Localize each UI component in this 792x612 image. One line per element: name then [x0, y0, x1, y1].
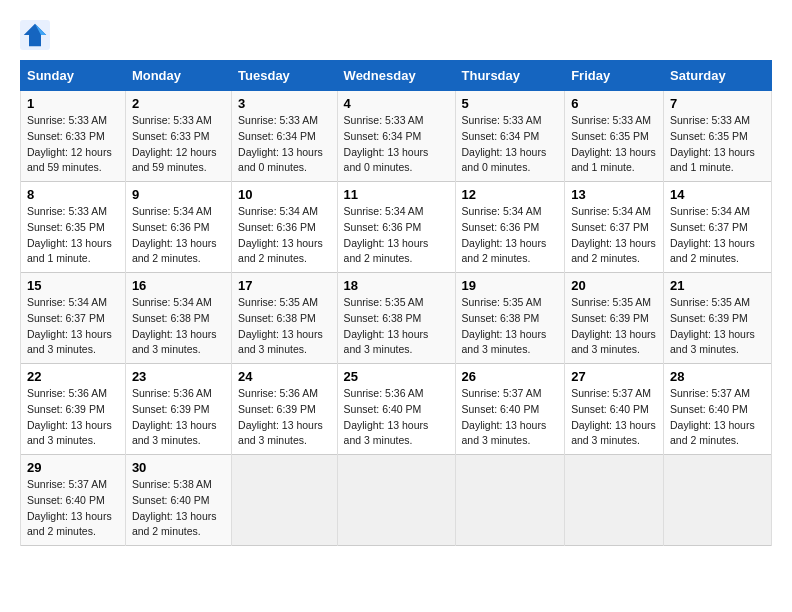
day-cell: 25Sunrise: 5:36 AMSunset: 6:40 PMDayligh…	[337, 364, 455, 455]
day-number: 23	[132, 369, 225, 384]
day-cell: 11Sunrise: 5:34 AMSunset: 6:36 PMDayligh…	[337, 182, 455, 273]
day-cell: 24Sunrise: 5:36 AMSunset: 6:39 PMDayligh…	[232, 364, 338, 455]
day-number: 21	[670, 278, 765, 293]
day-detail: Sunrise: 5:38 AMSunset: 6:40 PMDaylight:…	[132, 478, 217, 537]
day-cell: 16Sunrise: 5:34 AMSunset: 6:38 PMDayligh…	[125, 273, 231, 364]
day-detail: Sunrise: 5:33 AMSunset: 6:34 PMDaylight:…	[238, 114, 323, 173]
day-cell: 19Sunrise: 5:35 AMSunset: 6:38 PMDayligh…	[455, 273, 565, 364]
day-number: 14	[670, 187, 765, 202]
day-number: 28	[670, 369, 765, 384]
day-number: 22	[27, 369, 119, 384]
day-detail: Sunrise: 5:34 AMSunset: 6:36 PMDaylight:…	[462, 205, 547, 264]
day-detail: Sunrise: 5:34 AMSunset: 6:36 PMDaylight:…	[344, 205, 429, 264]
day-detail: Sunrise: 5:36 AMSunset: 6:39 PMDaylight:…	[27, 387, 112, 446]
day-cell: 12Sunrise: 5:34 AMSunset: 6:36 PMDayligh…	[455, 182, 565, 273]
day-number: 7	[670, 96, 765, 111]
day-cell	[232, 455, 338, 546]
day-number: 3	[238, 96, 331, 111]
day-cell: 30Sunrise: 5:38 AMSunset: 6:40 PMDayligh…	[125, 455, 231, 546]
day-detail: Sunrise: 5:36 AMSunset: 6:39 PMDaylight:…	[238, 387, 323, 446]
day-number: 24	[238, 369, 331, 384]
day-detail: Sunrise: 5:33 AMSunset: 6:33 PMDaylight:…	[132, 114, 217, 173]
day-number: 29	[27, 460, 119, 475]
day-detail: Sunrise: 5:35 AMSunset: 6:38 PMDaylight:…	[344, 296, 429, 355]
day-cell: 21Sunrise: 5:35 AMSunset: 6:39 PMDayligh…	[664, 273, 772, 364]
day-detail: Sunrise: 5:37 AMSunset: 6:40 PMDaylight:…	[27, 478, 112, 537]
day-cell: 29Sunrise: 5:37 AMSunset: 6:40 PMDayligh…	[21, 455, 126, 546]
day-cell: 28Sunrise: 5:37 AMSunset: 6:40 PMDayligh…	[664, 364, 772, 455]
day-number: 4	[344, 96, 449, 111]
header-cell-wednesday: Wednesday	[337, 61, 455, 91]
day-number: 27	[571, 369, 657, 384]
day-detail: Sunrise: 5:35 AMSunset: 6:38 PMDaylight:…	[238, 296, 323, 355]
day-detail: Sunrise: 5:37 AMSunset: 6:40 PMDaylight:…	[462, 387, 547, 446]
day-cell: 15Sunrise: 5:34 AMSunset: 6:37 PMDayligh…	[21, 273, 126, 364]
day-number: 6	[571, 96, 657, 111]
day-number: 17	[238, 278, 331, 293]
day-cell: 8Sunrise: 5:33 AMSunset: 6:35 PMDaylight…	[21, 182, 126, 273]
day-detail: Sunrise: 5:34 AMSunset: 6:36 PMDaylight:…	[132, 205, 217, 264]
day-number: 15	[27, 278, 119, 293]
day-number: 12	[462, 187, 559, 202]
day-cell: 20Sunrise: 5:35 AMSunset: 6:39 PMDayligh…	[565, 273, 664, 364]
day-number: 20	[571, 278, 657, 293]
header-cell-friday: Friday	[565, 61, 664, 91]
day-detail: Sunrise: 5:33 AMSunset: 6:35 PMDaylight:…	[670, 114, 755, 173]
day-detail: Sunrise: 5:34 AMSunset: 6:37 PMDaylight:…	[571, 205, 656, 264]
day-number: 19	[462, 278, 559, 293]
day-cell: 9Sunrise: 5:34 AMSunset: 6:36 PMDaylight…	[125, 182, 231, 273]
day-detail: Sunrise: 5:35 AMSunset: 6:39 PMDaylight:…	[670, 296, 755, 355]
day-number: 25	[344, 369, 449, 384]
week-row-2: 8Sunrise: 5:33 AMSunset: 6:35 PMDaylight…	[21, 182, 772, 273]
day-number: 9	[132, 187, 225, 202]
day-number: 5	[462, 96, 559, 111]
header-cell-tuesday: Tuesday	[232, 61, 338, 91]
day-detail: Sunrise: 5:36 AMSunset: 6:40 PMDaylight:…	[344, 387, 429, 446]
day-number: 30	[132, 460, 225, 475]
day-cell: 26Sunrise: 5:37 AMSunset: 6:40 PMDayligh…	[455, 364, 565, 455]
day-detail: Sunrise: 5:34 AMSunset: 6:38 PMDaylight:…	[132, 296, 217, 355]
week-row-4: 22Sunrise: 5:36 AMSunset: 6:39 PMDayligh…	[21, 364, 772, 455]
day-detail: Sunrise: 5:36 AMSunset: 6:39 PMDaylight:…	[132, 387, 217, 446]
day-number: 10	[238, 187, 331, 202]
day-cell	[337, 455, 455, 546]
day-cell	[664, 455, 772, 546]
day-cell: 3Sunrise: 5:33 AMSunset: 6:34 PMDaylight…	[232, 91, 338, 182]
week-row-1: 1Sunrise: 5:33 AMSunset: 6:33 PMDaylight…	[21, 91, 772, 182]
day-cell: 22Sunrise: 5:36 AMSunset: 6:39 PMDayligh…	[21, 364, 126, 455]
day-detail: Sunrise: 5:33 AMSunset: 6:34 PMDaylight:…	[344, 114, 429, 173]
day-cell: 17Sunrise: 5:35 AMSunset: 6:38 PMDayligh…	[232, 273, 338, 364]
day-number: 8	[27, 187, 119, 202]
calendar-table: SundayMondayTuesdayWednesdayThursdayFrid…	[20, 60, 772, 546]
day-cell: 18Sunrise: 5:35 AMSunset: 6:38 PMDayligh…	[337, 273, 455, 364]
day-detail: Sunrise: 5:34 AMSunset: 6:36 PMDaylight:…	[238, 205, 323, 264]
week-row-5: 29Sunrise: 5:37 AMSunset: 6:40 PMDayligh…	[21, 455, 772, 546]
day-cell: 14Sunrise: 5:34 AMSunset: 6:37 PMDayligh…	[664, 182, 772, 273]
header-cell-sunday: Sunday	[21, 61, 126, 91]
day-cell: 6Sunrise: 5:33 AMSunset: 6:35 PMDaylight…	[565, 91, 664, 182]
week-row-3: 15Sunrise: 5:34 AMSunset: 6:37 PMDayligh…	[21, 273, 772, 364]
day-detail: Sunrise: 5:37 AMSunset: 6:40 PMDaylight:…	[670, 387, 755, 446]
day-detail: Sunrise: 5:33 AMSunset: 6:33 PMDaylight:…	[27, 114, 112, 173]
day-cell: 27Sunrise: 5:37 AMSunset: 6:40 PMDayligh…	[565, 364, 664, 455]
day-cell	[565, 455, 664, 546]
day-cell: 5Sunrise: 5:33 AMSunset: 6:34 PMDaylight…	[455, 91, 565, 182]
header-cell-saturday: Saturday	[664, 61, 772, 91]
day-number: 1	[27, 96, 119, 111]
day-detail: Sunrise: 5:37 AMSunset: 6:40 PMDaylight:…	[571, 387, 656, 446]
day-number: 11	[344, 187, 449, 202]
day-number: 2	[132, 96, 225, 111]
day-cell: 2Sunrise: 5:33 AMSunset: 6:33 PMDaylight…	[125, 91, 231, 182]
day-number: 13	[571, 187, 657, 202]
day-cell: 1Sunrise: 5:33 AMSunset: 6:33 PMDaylight…	[21, 91, 126, 182]
day-cell: 13Sunrise: 5:34 AMSunset: 6:37 PMDayligh…	[565, 182, 664, 273]
day-detail: Sunrise: 5:33 AMSunset: 6:35 PMDaylight:…	[27, 205, 112, 264]
page-header	[20, 20, 772, 50]
day-number: 26	[462, 369, 559, 384]
day-detail: Sunrise: 5:33 AMSunset: 6:34 PMDaylight:…	[462, 114, 547, 173]
day-detail: Sunrise: 5:34 AMSunset: 6:37 PMDaylight:…	[27, 296, 112, 355]
day-detail: Sunrise: 5:34 AMSunset: 6:37 PMDaylight:…	[670, 205, 755, 264]
day-cell: 4Sunrise: 5:33 AMSunset: 6:34 PMDaylight…	[337, 91, 455, 182]
day-cell: 10Sunrise: 5:34 AMSunset: 6:36 PMDayligh…	[232, 182, 338, 273]
day-detail: Sunrise: 5:33 AMSunset: 6:35 PMDaylight:…	[571, 114, 656, 173]
